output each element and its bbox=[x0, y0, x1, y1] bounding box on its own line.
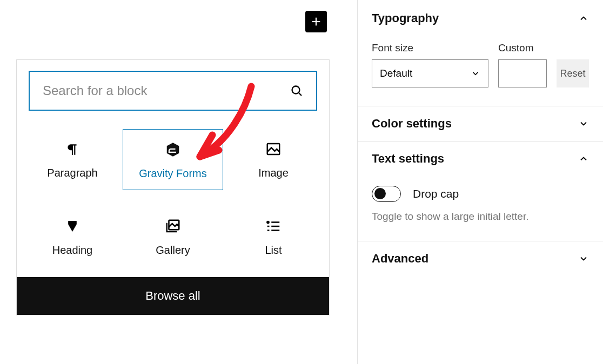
panel-color-settings: Color settings bbox=[358, 106, 603, 141]
svg-line-3 bbox=[299, 93, 302, 96]
block-label: Paragraph bbox=[47, 167, 97, 179]
chevron-up-icon bbox=[578, 153, 589, 164]
panel-title: Advanced bbox=[372, 252, 428, 266]
image-icon bbox=[265, 141, 282, 157]
gallery-icon bbox=[165, 218, 181, 234]
chevron-up-icon bbox=[578, 13, 589, 24]
gravity-forms-icon bbox=[165, 141, 181, 158]
font-size-value: Default bbox=[380, 68, 412, 79]
panel-typography-header[interactable]: Typography bbox=[372, 0, 589, 37]
block-paragraph[interactable]: Paragraph bbox=[22, 129, 123, 190]
search-icon bbox=[290, 84, 303, 97]
drop-cap-help: Toggle to show a large initial letter. bbox=[372, 202, 589, 223]
block-label: List bbox=[265, 244, 282, 257]
custom-font-size-input[interactable] bbox=[498, 59, 547, 87]
svg-point-2 bbox=[292, 86, 300, 94]
panel-title: Text settings bbox=[372, 152, 444, 166]
block-image[interactable]: Image bbox=[223, 129, 324, 190]
settings-sidebar: Typography Font size Default Custom Rese… bbox=[357, 0, 603, 364]
chevron-down-icon bbox=[578, 253, 589, 264]
custom-label: Custom bbox=[498, 42, 547, 54]
block-label: Heading bbox=[52, 244, 93, 257]
panel-title: Color settings bbox=[372, 117, 452, 131]
drop-cap-label: Drop cap bbox=[413, 187, 459, 200]
chevron-down-icon bbox=[578, 118, 589, 129]
list-icon bbox=[265, 218, 282, 234]
search-field[interactable] bbox=[43, 83, 290, 98]
block-label: Gravity Forms bbox=[139, 167, 207, 180]
block-label: Image bbox=[258, 167, 289, 179]
panel-text-settings: Text settings Drop cap Toggle to show a … bbox=[358, 141, 603, 241]
block-list[interactable]: List bbox=[223, 206, 324, 266]
drop-cap-toggle[interactable] bbox=[372, 186, 401, 202]
block-label: Gallery bbox=[156, 244, 190, 257]
font-size-select[interactable]: Default bbox=[372, 59, 488, 87]
plus-icon bbox=[310, 16, 322, 28]
paragraph-icon bbox=[64, 141, 81, 157]
panel-advanced-header[interactable]: Advanced bbox=[372, 241, 589, 276]
block-gallery[interactable]: Gallery bbox=[123, 206, 223, 266]
panel-text-header[interactable]: Text settings bbox=[372, 141, 589, 176]
font-size-label: Font size bbox=[372, 42, 488, 54]
block-inserter: Paragraph Gravity Forms Image Hea bbox=[16, 59, 330, 315]
browse-all-button[interactable]: Browse all bbox=[17, 277, 329, 315]
heading-icon bbox=[64, 218, 81, 234]
chevron-down-icon bbox=[471, 69, 480, 78]
search-input[interactable] bbox=[29, 71, 317, 111]
block-heading[interactable]: Heading bbox=[22, 206, 123, 266]
svg-point-7 bbox=[267, 221, 269, 223]
add-block-button[interactable] bbox=[305, 11, 327, 32]
panel-title: Typography bbox=[372, 11, 439, 25]
panel-color-header[interactable]: Color settings bbox=[372, 106, 589, 141]
block-gravity-forms[interactable]: Gravity Forms bbox=[123, 129, 223, 190]
panel-advanced: Advanced bbox=[358, 241, 603, 276]
panel-typography: Typography Font size Default Custom Rese… bbox=[358, 0, 603, 106]
reset-button[interactable]: Reset bbox=[557, 59, 589, 87]
browse-all-label: Browse all bbox=[145, 289, 200, 303]
